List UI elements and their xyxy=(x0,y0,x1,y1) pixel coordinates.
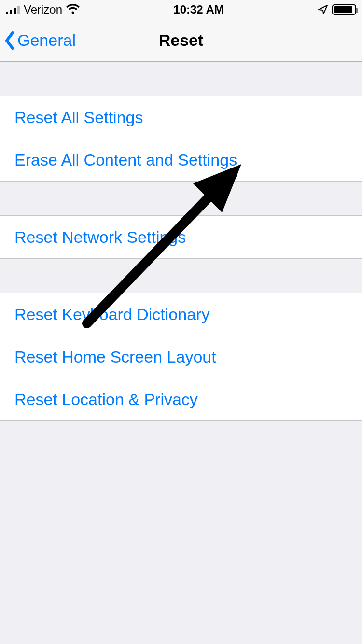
group-spacer xyxy=(0,182,362,215)
reset-all-settings-cell[interactable]: Reset All Settings xyxy=(0,96,362,139)
cell-label: Reset Home Screen Layout xyxy=(14,348,216,366)
group-spacer xyxy=(0,259,362,293)
reset-keyboard-dictionary-cell[interactable]: Reset Keyboard Dictionary xyxy=(0,293,362,336)
settings-group-2: Reset Network Settings xyxy=(0,215,362,259)
cell-label: Reset Network Settings xyxy=(14,228,186,247)
back-label: General xyxy=(17,31,76,50)
reset-home-screen-layout-cell[interactable]: Reset Home Screen Layout xyxy=(0,336,362,378)
reset-network-settings-cell[interactable]: Reset Network Settings xyxy=(0,216,362,258)
cell-label: Reset All Settings xyxy=(14,108,143,127)
status-right xyxy=(318,4,356,15)
cellular-signal-icon xyxy=(6,5,20,14)
settings-group-1: Reset All Settings Erase All Content and… xyxy=(0,96,362,182)
battery-icon xyxy=(332,4,356,15)
cell-label: Erase All Content and Settings xyxy=(14,151,237,169)
page-title: Reset xyxy=(159,31,204,50)
settings-group-3: Reset Keyboard Dictionary Reset Home Scr… xyxy=(0,293,362,421)
wifi-icon xyxy=(66,4,80,15)
carrier-label: Verizon xyxy=(24,3,62,16)
nav-bar: General Reset xyxy=(0,19,362,62)
erase-all-content-cell[interactable]: Erase All Content and Settings xyxy=(0,139,362,181)
status-left: Verizon xyxy=(6,3,80,16)
group-spacer xyxy=(0,62,362,96)
location-arrow-icon xyxy=(318,4,328,15)
reset-location-privacy-cell[interactable]: Reset Location & Privacy xyxy=(0,378,362,420)
status-bar: Verizon 10:32 AM xyxy=(0,0,362,19)
back-button[interactable]: General xyxy=(4,19,76,61)
status-time: 10:32 AM xyxy=(173,3,223,16)
cell-label: Reset Keyboard Dictionary xyxy=(14,305,209,324)
chevron-left-icon xyxy=(4,31,15,50)
cell-label: Reset Location & Privacy xyxy=(14,390,198,409)
